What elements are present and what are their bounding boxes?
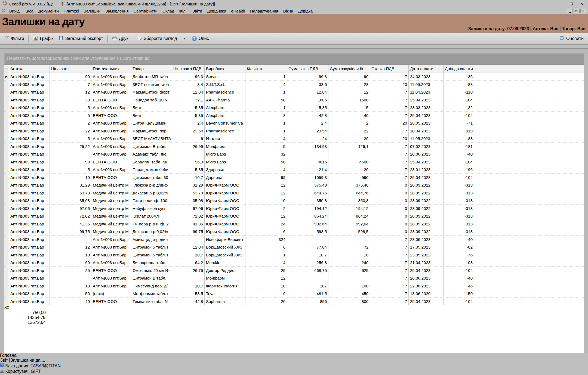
refresh-button[interactable]: Оновити xyxy=(557,34,586,43)
row-selector[interactable] xyxy=(4,243,9,251)
table-row[interactable]: Апт №003 пгт.Бар 2 Апт №003 пгт.Бар Цитр… xyxy=(4,119,584,127)
row-selector[interactable]: ▶ xyxy=(4,73,9,80)
menu-item-4[interactable]: Залишки xyxy=(81,8,103,14)
table-row[interactable]: Апт №003 пгт.Бар Апт №003 пгт.Бар Цитрам… xyxy=(4,274,584,282)
menu-item-11[interactable]: eHealth xyxy=(229,8,248,14)
tab-1[interactable]: Звіт [Залишки на да ... xyxy=(0,358,588,363)
menu-item-0[interactable]: Вихід xyxy=(7,8,22,14)
table-row[interactable]: Апт №003 пгт.Бар 72,02 Медичний центр М … xyxy=(4,212,584,220)
row-selector[interactable] xyxy=(4,251,9,259)
table-row[interactable]: Апт №003 пгт.Бар 60 Апт №003 пгт.Бар Бис… xyxy=(4,259,584,267)
column-header-data-oplaty[interactable]: Дата оплати xyxy=(409,65,444,73)
table-row[interactable]: Апт №003 пгт.Бар 53,73 Медичний центр М … xyxy=(4,189,584,197)
table-row[interactable]: Апт №003 пгт.Бар 10 ВЕНТА ООО Цитрамон т… xyxy=(4,174,584,182)
mdi-restore-button[interactable] xyxy=(574,9,580,13)
menu-item-3[interactable]: Платежі xyxy=(61,8,81,14)
menu-item-6[interactable]: Сертифікати xyxy=(131,8,160,14)
menu-item-13[interactable]: Вікна xyxy=(281,8,296,14)
row-selector[interactable] xyxy=(4,135,9,142)
table-row[interactable]: Апт №003 пгт.Бар 7 Апт №003 пгт.Бар ЗЕСТ… xyxy=(4,81,584,89)
restore-button[interactable] xyxy=(567,1,575,7)
export-button[interactable]: Загальний експорт xyxy=(57,35,105,43)
table-row[interactable]: Апт №003 пгт.Бар 5 ВЕНТА ООО Бинт 5,35 A… xyxy=(4,112,584,120)
description-button[interactable]: i Опис xyxy=(190,35,211,42)
row-selector[interactable] xyxy=(4,174,9,181)
column-header-kilkist[interactable]: Кількість xyxy=(245,65,287,73)
menu-item-8[interactable]: Філії xyxy=(177,8,190,14)
row-selector[interactable] xyxy=(4,150,9,158)
column-header-stavka-pdv[interactable]: Ставка ПДВ xyxy=(370,65,409,73)
menu-item-14[interactable]: Довідка xyxy=(295,8,315,14)
row-selector[interactable] xyxy=(4,212,9,220)
row-selector[interactable] xyxy=(4,158,9,166)
table-row[interactable]: Апт №003 пгт.Бар 25,22 Апт №003 пгт.Бар … xyxy=(4,143,584,151)
table-row[interactable]: Апт №003 пгт.Бар 41,36 Медичний центр М … xyxy=(4,220,584,228)
column-header-dniv-do-splaty[interactable]: Днів до сплати xyxy=(444,65,474,73)
row-selector[interactable] xyxy=(4,166,9,173)
column-header-suma-zak-pdv[interactable]: Сума зак з ПДВ xyxy=(287,65,328,73)
row-selector[interactable] xyxy=(4,205,9,212)
row-selector[interactable] xyxy=(4,127,9,135)
table-row[interactable]: Апт №003 пгт.Бар 35,08 Медичний центр М … xyxy=(4,197,584,205)
table-row[interactable]: Апт №003 пгт.Бар 10 Апт №003 пгт.Бар Цит… xyxy=(4,251,584,259)
column-header-apteka[interactable]: Аптека xyxy=(9,65,50,73)
row-selector[interactable] xyxy=(4,259,9,266)
column-header-suma-zakupivlya-bez[interactable]: Сума закупівля бе: xyxy=(328,65,370,73)
row-selector[interactable] xyxy=(4,220,9,228)
group-by-drop-zone[interactable]: Перетягніть заголовок колонки сюди для у… xyxy=(4,53,584,64)
column-header-cina-zak[interactable]: Ціна зак xyxy=(50,65,91,73)
column-header-postachalnyk[interactable]: Постачальник xyxy=(91,65,131,73)
chart-button[interactable]: Графік xyxy=(31,35,55,43)
tab-0[interactable]: Головна xyxy=(0,353,588,358)
row-selector[interactable] xyxy=(4,81,9,88)
mdi-close-button[interactable]: ✕ xyxy=(580,9,586,13)
table-row[interactable]: Апт №003 пгт.Бар 5 Апт №003 пгт.Бар Бинт… xyxy=(4,104,584,112)
table-row[interactable]: Апт №003 пгт.Бар 90 ВЕНТА ООО Баралгин т… xyxy=(4,158,584,166)
menu-item-1[interactable]: Каса xyxy=(22,8,36,14)
table-row[interactable]: Апт №003 пгт.Бар 12 Апт №003 пгт.Бар Цит… xyxy=(4,243,584,251)
table-row[interactable]: Апт №003 пгт.Бар 10 Апт №003 пгт.Бар Ним… xyxy=(4,282,584,290)
row-selector[interactable] xyxy=(4,274,9,282)
row-selector[interactable] xyxy=(4,189,9,197)
table-row[interactable]: Апт №003 пгт.Бар 97,06 Медичний центр М … xyxy=(4,205,584,213)
table-row[interactable]: Апт №003 пгт.Бар 25 ВЕНТА ООО Омез амп. … xyxy=(4,267,584,275)
row-selector[interactable] xyxy=(4,197,9,204)
row-selector[interactable] xyxy=(4,119,9,127)
print-button[interactable]: Друк xyxy=(110,35,131,43)
table-row[interactable]: Апт №003 пгт.Бар Апт №003 пгт.Бар Адамак… xyxy=(4,150,584,158)
grid-corner-icon[interactable] xyxy=(4,65,9,73)
table-row[interactable]: Апт №003 пгт.Бар 22 Апт №003 пгт.Бар Фар… xyxy=(4,127,584,135)
row-selector[interactable] xyxy=(4,267,9,274)
row-selector[interactable] xyxy=(4,112,9,119)
filter-button[interactable]: Фільтр xyxy=(2,35,26,43)
row-selector[interactable] xyxy=(4,96,9,104)
row-selector[interactable] xyxy=(4,181,9,189)
row-selector[interactable] xyxy=(4,282,9,290)
row-selector[interactable] xyxy=(4,298,9,305)
table-row[interactable]: Апт №003 пгт.Бар 30 ВЕНТА ООО Панадол та… xyxy=(4,96,584,104)
table-row[interactable]: Апт №003 пгт.Бар 99,75 Медичний центр М … xyxy=(4,228,584,236)
row-selector[interactable] xyxy=(4,290,9,297)
menu-item-7[interactable]: Склад xyxy=(160,8,177,14)
row-selector[interactable] xyxy=(4,236,9,243)
column-header-vyrobnyk[interactable]: Виробник xyxy=(205,65,245,73)
row-selector[interactable] xyxy=(4,143,9,150)
mdi-minimize-button[interactable]: ▁ xyxy=(567,9,573,13)
row-selector[interactable] xyxy=(4,104,9,111)
menu-item-12[interactable]: Налаштування xyxy=(248,8,281,14)
menu-item-2[interactable]: Документи xyxy=(36,8,61,14)
column-header-tovar[interactable]: Товар xyxy=(131,65,172,73)
save-view-button[interactable]: Зберегти вигляд xyxy=(135,35,179,43)
table-row[interactable]: Апт №003 пгт.Бар 12 Апт №003 пгт.Бар Фар… xyxy=(4,88,584,96)
menu-item-10[interactable]: Довідники xyxy=(205,8,229,14)
menu-item-9[interactable]: Звіти xyxy=(190,8,205,14)
table-row[interactable]: Апт №003 пгт.Бар 40 ВЕНТА ООО Темпалгин … xyxy=(4,298,584,306)
table-row[interactable]: Апт №003 пгт.Бар 31,29 Медичний центр М … xyxy=(4,181,584,189)
row-selector[interactable] xyxy=(4,228,9,235)
table-row[interactable]: Апт №003 пгт.Бар Апт №003 пгт.Бар Амикац… xyxy=(4,236,584,244)
table-row[interactable]: Апт №003 пгт.Бар 50 (офіс) Метформин таб… xyxy=(4,290,584,298)
save-view-dropdown-icon[interactable] xyxy=(183,38,186,39)
table-row[interactable]: Апт №003 пгт.Бар 5 Апт №003 пгт.Бар Пара… xyxy=(4,166,584,174)
table-row[interactable]: ▶ Апт №003 пгт.Бар 90 Апт №003 пгт.Бар Д… xyxy=(4,73,584,81)
table-row[interactable]: Апт №003 пгт.Бар 5 Апт №003 пгт.Бар ЗЕСТ… xyxy=(4,135,584,143)
